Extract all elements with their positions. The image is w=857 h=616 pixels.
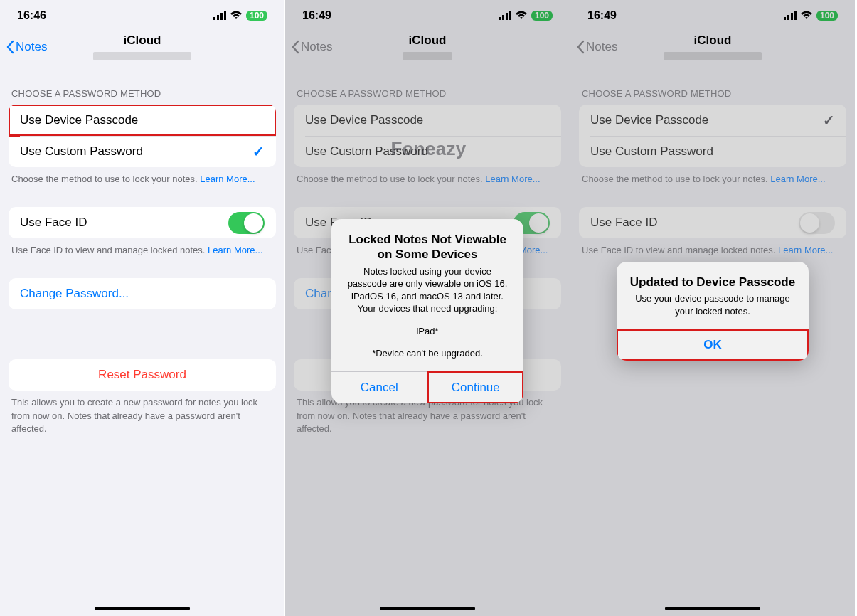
learn-more-link[interactable]: Learn More... [778, 245, 833, 255]
screenshot-3: 16:49 100 Notes iCloud CHOOSE A PASSWORD… [570, 0, 856, 616]
status-bar: 16:49 100 [285, 0, 570, 31]
alert-message: Notes locked using your device passcode … [343, 265, 512, 360]
row-use-custom-password[interactable]: Use Custom Password ✓ [9, 136, 276, 167]
cellular-icon [784, 11, 797, 20]
back-label: Notes [16, 40, 47, 54]
alert-title: Locked Notes Not Viewable on Some Device… [343, 232, 512, 262]
change-password-group: Change Password... [9, 278, 276, 309]
row-use-device-passcode[interactable]: Use Device Passcode ✓ [579, 105, 846, 136]
alert-title: Updated to Device Passcode [628, 275, 797, 290]
back-label: Notes [301, 40, 332, 54]
faceid-caption: Use Face ID to view and manage locked no… [570, 238, 855, 257]
password-method-group: Use Device Passcode ✓ Use Custom Passwor… [579, 105, 846, 167]
alert-continue-button[interactable]: Continue [427, 372, 524, 403]
home-indicator[interactable] [665, 607, 760, 610]
alert-ok-button[interactable]: OK [617, 329, 809, 361]
screenshot-1: 16:46 100 Notes iCloud CHOOSE A PASSWORD… [0, 0, 285, 616]
face-id-switch[interactable] [228, 212, 265, 234]
checkmark-icon: ✓ [252, 143, 265, 160]
alert-cancel-button[interactable]: Cancel [331, 372, 427, 403]
svg-rect-0 [213, 17, 215, 20]
learn-more-link[interactable]: Learn More... [200, 174, 255, 184]
chevron-left-icon [576, 40, 585, 54]
password-method-group: Use Device Passcode Use Custom Password [294, 105, 561, 167]
nav-bar: Notes iCloud [0, 31, 284, 63]
chevron-left-icon [291, 40, 299, 54]
row-label: Use Device Passcode [305, 113, 423, 127]
screenshot-2: 16:49 100 Notes iCloud CHOOSE A PASSWORD… [285, 0, 570, 616]
faceid-caption: Use Face ID to view and manage locked no… [0, 238, 284, 257]
wifi-icon [516, 11, 527, 20]
row-label: Change Password... [20, 287, 129, 301]
row-use-custom-password[interactable]: Use Custom Password [579, 136, 846, 167]
svg-rect-6 [506, 13, 508, 20]
status-bar: 16:46 100 [0, 0, 284, 31]
method-caption: Choose the method to use to lock your no… [570, 167, 855, 186]
status-time: 16:49 [587, 9, 617, 22]
learn-more-link[interactable]: Learn More... [485, 174, 540, 184]
row-change-password[interactable]: Change Password... [9, 278, 276, 309]
row-use-face-id: Use Face ID [579, 207, 846, 238]
nav-subtitle-redacted [403, 52, 452, 60]
svg-rect-3 [224, 11, 226, 20]
alert-updated-passcode: Updated to Device Passcode Use your devi… [617, 262, 809, 361]
svg-rect-9 [787, 15, 789, 20]
row-use-custom-password[interactable]: Use Custom Password [294, 136, 561, 167]
nav-bar: Notes iCloud [570, 31, 855, 63]
row-use-device-passcode[interactable]: Use Device Passcode [294, 105, 561, 136]
row-label: Reset Password [98, 368, 186, 382]
status-time: 16:46 [17, 9, 46, 22]
back-button[interactable]: Notes [0, 40, 47, 54]
section-header-password-method: CHOOSE A PASSWORD METHOD [570, 88, 855, 105]
alert-message: Use your device passcode to manage your … [628, 292, 797, 317]
wifi-icon [801, 11, 812, 20]
chevron-left-icon [6, 40, 14, 54]
row-label: Use Custom Password [20, 144, 143, 159]
status-time: 16:49 [302, 9, 331, 22]
reset-caption: This allows you to create a new password… [0, 391, 284, 435]
back-label: Notes [586, 40, 617, 54]
svg-rect-7 [509, 11, 511, 20]
battery-badge: 100 [816, 11, 838, 21]
cellular-icon [213, 11, 226, 20]
home-indicator[interactable] [95, 607, 190, 610]
method-caption: Choose the method to use to lock your no… [0, 167, 284, 186]
status-bar: 16:49 100 [570, 0, 855, 31]
nav-subtitle-redacted [93, 52, 191, 60]
alert-locked-notes: Locked Notes Not Viewable on Some Device… [331, 219, 523, 403]
row-label: Use Custom Password [305, 144, 428, 159]
section-header-password-method: CHOOSE A PASSWORD METHOD [285, 88, 570, 105]
row-label: Use Device Passcode [20, 113, 138, 127]
method-caption: Choose the method to use to lock your no… [285, 167, 570, 186]
svg-rect-4 [499, 17, 501, 20]
row-reset-password[interactable]: Reset Password [9, 359, 276, 391]
faceid-group: Use Face ID [579, 207, 846, 238]
svg-rect-10 [791, 13, 793, 20]
learn-more-link[interactable]: Learn More... [208, 245, 262, 255]
row-label: Use Face ID [590, 216, 657, 230]
battery-badge: 100 [531, 11, 553, 21]
learn-more-link[interactable]: Learn More... [770, 174, 825, 184]
svg-rect-1 [217, 15, 219, 20]
checkmark-icon: ✓ [823, 112, 835, 129]
svg-rect-11 [794, 11, 797, 20]
row-label: Use Device Passcode [590, 113, 708, 127]
back-button[interactable]: Notes [285, 40, 332, 54]
svg-rect-5 [502, 15, 504, 20]
password-method-group: Use Device Passcode Use Custom Password … [9, 105, 276, 167]
row-use-device-passcode[interactable]: Use Device Passcode [9, 105, 276, 136]
section-header-password-method: CHOOSE A PASSWORD METHOD [0, 88, 284, 105]
battery-badge: 100 [246, 11, 267, 21]
svg-rect-8 [784, 17, 786, 20]
nav-subtitle-redacted [664, 52, 762, 60]
faceid-group: Use Face ID [9, 207, 276, 238]
cellular-icon [499, 11, 511, 20]
row-label: Use Face ID [20, 216, 87, 230]
svg-rect-2 [220, 13, 223, 20]
row-use-face-id: Use Face ID [9, 207, 276, 238]
back-button[interactable]: Notes [570, 40, 617, 54]
reset-password-group: Reset Password [9, 359, 276, 391]
home-indicator[interactable] [380, 607, 475, 610]
face-id-switch[interactable] [799, 212, 835, 234]
row-label: Use Custom Password [590, 144, 713, 159]
